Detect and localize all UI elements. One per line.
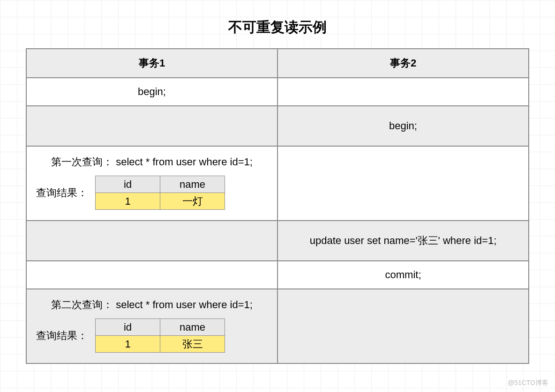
query2-sql: select * from user where id=1; — [116, 299, 253, 311]
page-title: 不可重复读示例 — [26, 18, 529, 37]
q2-th-id: id — [96, 319, 160, 336]
query2-label: 第二次查询： — [51, 299, 113, 311]
cell-r5c1 — [26, 261, 278, 289]
query1-result-label: 查询结果： — [36, 186, 88, 200]
query2-result-label: 查询结果： — [36, 329, 88, 343]
cell-r1c2 — [278, 78, 529, 106]
cell-r4c1 — [26, 221, 278, 261]
watermark: @51CTO博客 — [508, 379, 548, 387]
header-col1: 事务1 — [26, 49, 278, 78]
cell-r3c2 — [278, 146, 529, 221]
cell-r6c1: 第二次查询： select * from user where id=1; 查询… — [26, 289, 278, 363]
cell-r4c2: update user set name='张三' where id=1; — [278, 221, 529, 261]
q1-th-name: name — [160, 176, 225, 193]
cell-r3c1: 第一次查询： select * from user where id=1; 查询… — [26, 146, 278, 221]
cell-r2c1 — [26, 106, 278, 146]
transaction-table: 事务1 事务2 begin; begin; 第一次查询： select * fr… — [26, 48, 529, 364]
cell-r2c2: begin; — [278, 106, 529, 146]
cell-r1c1: begin; — [26, 78, 278, 106]
q1-td-id: 1 — [96, 193, 160, 210]
q1-th-id: id — [96, 176, 160, 193]
query1-label: 第一次查询： — [51, 156, 113, 168]
q2-td-name: 张三 — [160, 336, 225, 353]
query1-sql: select * from user where id=1; — [116, 156, 253, 168]
query1-result-table: id name 1 一灯 — [95, 176, 225, 210]
q2-td-id: 1 — [96, 336, 160, 353]
q2-th-name: name — [160, 319, 225, 336]
header-col2: 事务2 — [278, 49, 529, 78]
query2-result-table: id name 1 张三 — [95, 318, 225, 353]
q1-td-name: 一灯 — [160, 193, 225, 210]
cell-r6c2 — [278, 289, 529, 363]
cell-r5c2: commit; — [278, 261, 529, 289]
